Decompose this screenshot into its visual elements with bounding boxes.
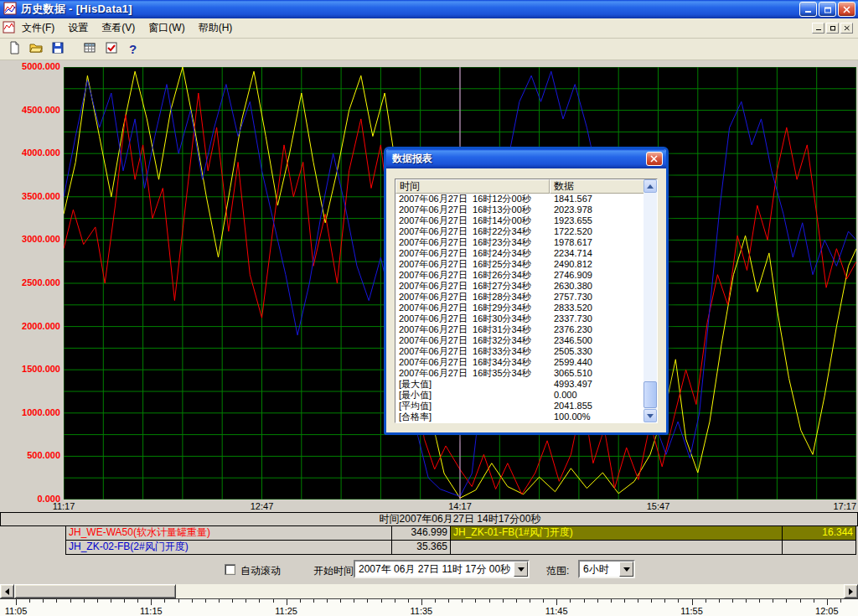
dialog-title-bar[interactable]: 数据报表 — [386, 149, 666, 168]
report-row[interactable]: 2007年06月27日 16时32分34秒2346.500 — [395, 335, 645, 346]
help-button[interactable]: ? — [123, 40, 142, 59]
report-row[interactable]: [最小值]0.000 — [395, 390, 645, 401]
report-row[interactable]: 2007年06月27日 16时13分00秒2023.978 — [395, 204, 645, 215]
open-file-button[interactable] — [26, 40, 45, 59]
column-header-time[interactable]: 时间 — [395, 179, 550, 194]
report-row-value: 2346.500 — [550, 335, 592, 346]
legend-value[interactable]: 16.344 — [783, 526, 855, 540]
ruler-tick — [84, 599, 85, 603]
legend-value[interactable]: 346.999 — [392, 526, 451, 540]
vertical-scrollbar[interactable] — [644, 179, 657, 422]
report-check-icon — [105, 41, 118, 57]
dialog-close-button[interactable] — [646, 152, 663, 166]
report-row-value: 1978.617 — [550, 237, 592, 248]
report-row[interactable]: [合格率]100.00% — [395, 412, 645, 422]
close-button[interactable] — [838, 2, 855, 17]
y-axis-label: 3500.000 — [0, 191, 60, 202]
report-row-time: 2007年06月27日 16时13分00秒 — [395, 204, 550, 215]
scroll-down-button[interactable] — [644, 409, 657, 422]
report-row[interactable]: 2007年06月27日 16时14分00秒1923.655 — [395, 215, 645, 226]
report-row[interactable]: 2007年06月27日 16时29分34秒2833.520 — [395, 303, 645, 313]
ruler-tick — [570, 599, 571, 603]
report-row[interactable]: 2007年06月27日 16时31分34秒2376.230 — [395, 324, 645, 335]
report-row[interactable]: 2007年06月27日 16时12分00秒1841.567 — [395, 194, 645, 204]
legend-value[interactable] — [783, 541, 855, 554]
report-row[interactable]: 2007年06月27日 16时24分34秒2234.714 — [395, 248, 645, 259]
mdi-window-buttons — [812, 23, 853, 34]
report-row-time: 2007年06月27日 16时29分34秒 — [395, 303, 550, 313]
mdi-minimize-button[interactable] — [812, 23, 824, 34]
ruler-tick — [327, 599, 328, 603]
legend-name[interactable]: JH_ZK-01-FB(1#风门开度) — [451, 526, 783, 540]
report-row[interactable]: 2007年06月27日 16时28分34秒2757.730 — [395, 292, 645, 303]
new-file-button[interactable] — [4, 40, 23, 59]
menu-item-3[interactable]: 查看(V) — [95, 18, 142, 38]
menu-item-4[interactable]: 窗口(W) — [142, 18, 191, 38]
vscrollbar-thumb[interactable] — [644, 381, 657, 408]
menu-bar: 文件(F)设置查看(V)窗口(W)帮助(H) — [0, 18, 858, 39]
report-row[interactable]: 2007年06月27日 16时34分34秒2599.440 — [395, 357, 645, 368]
mdi-restore-button[interactable] — [826, 23, 839, 34]
range-select[interactable]: 6小时 — [578, 560, 635, 578]
legend-name[interactable]: JH_WE-WA50(软水计量罐重量) — [66, 526, 392, 540]
scroll-up-button[interactable] — [644, 179, 657, 193]
report-row[interactable]: 2007年06月27日 16时33分34秒2505.330 — [395, 346, 645, 357]
auto-scroll-checkbox[interactable] — [225, 564, 235, 575]
ruler-tick — [489, 599, 490, 603]
data-report-button[interactable] — [101, 40, 121, 59]
y-axis-label: 5000.000 — [0, 61, 60, 72]
report-row[interactable]: 2007年06月27日 16时26分34秒2746.909 — [395, 270, 645, 281]
mdi-close-button[interactable] — [840, 23, 853, 34]
report-row[interactable]: 2007年06月27日 16时35分34秒3065.510 — [395, 368, 645, 379]
report-row-value: 3065.510 — [550, 368, 592, 379]
save-button[interactable] — [48, 40, 67, 59]
ruler-tick — [287, 599, 287, 605]
report-row[interactable]: 2007年06月27日 16时30分34秒2337.730 — [395, 313, 645, 324]
column-header-value[interactable]: 数据 — [550, 179, 645, 194]
minimize-button[interactable] — [799, 2, 817, 17]
data-table-button[interactable] — [80, 40, 99, 59]
arrow-right-icon — [849, 588, 853, 595]
horizontal-scrollbar[interactable] — [0, 584, 858, 598]
start-time-dropdown-icon[interactable] — [514, 562, 528, 577]
window-title: 历史数据 - [HisData1] — [21, 2, 132, 17]
legend-row-2[interactable]: JH_ZK-02-FB(2#风门开度)35.365 — [66, 541, 855, 554]
title-bar[interactable]: 历史数据 - [HisData1] — [0, 0, 858, 18]
ruler-time-label: 12:05 — [813, 606, 841, 616]
ruler-tick — [313, 599, 314, 603]
report-row-value: 2234.714 — [550, 248, 592, 259]
start-time-picker[interactable]: 2007年 06月 27日 11时 17分 00秒 — [354, 560, 530, 578]
report-row-time: 2007年06月27日 16时32分34秒 — [395, 335, 550, 346]
scroll-right-button[interactable] — [844, 584, 858, 598]
legend-row-1[interactable]: JH_WE-WA50(软水计量罐重量)346.999JH_ZK-01-FB(1#… — [66, 526, 855, 541]
report-row[interactable]: 2007年06月27日 16时27分34秒2630.380 — [395, 281, 645, 292]
report-row[interactable]: 2007年06月27日 16时23分34秒1978.617 — [395, 237, 645, 248]
start-time-value: 2007年 06月 27日 11时 17分 00秒 — [355, 562, 514, 577]
scrollbar-thumb[interactable] — [14, 584, 176, 598]
legend-value[interactable]: 35.365 — [392, 541, 451, 554]
save-floppy-icon — [51, 41, 65, 57]
report-row[interactable]: 2007年06月27日 16时22分34秒1722.520 — [395, 226, 645, 237]
restore-button[interactable] — [819, 2, 836, 17]
ruler-tick — [340, 599, 341, 603]
y-axis-label: 2000.000 — [0, 321, 60, 332]
auto-scroll-label: 自动滚动 — [240, 564, 281, 578]
y-axis-label: 1000.000 — [0, 407, 60, 418]
ruler-tick — [16, 599, 17, 605]
report-row-time: [合格率] — [395, 412, 550, 422]
ruler-tick — [124, 599, 125, 603]
report-row[interactable]: [平均值]2041.855 — [395, 401, 645, 412]
report-row-time: 2007年06月27日 16时30分34秒 — [395, 313, 550, 324]
legend-name[interactable] — [451, 541, 783, 554]
menu-item-5[interactable]: 帮助(H) — [192, 18, 240, 38]
ruler-tick — [800, 599, 801, 603]
menu-item-2[interactable]: 设置 — [61, 18, 95, 38]
menu-item-1[interactable]: 文件(F) — [15, 18, 61, 38]
report-row-time: 2007年06月27日 16时28分34秒 — [395, 292, 550, 303]
range-dropdown-icon[interactable] — [619, 562, 633, 577]
report-row[interactable]: 2007年06月27日 16时25分34秒2490.812 — [395, 259, 645, 270]
scroll-left-button[interactable] — [0, 584, 14, 598]
report-row[interactable]: [最大值]4993.497 — [395, 379, 645, 390]
legend-name[interactable]: JH_ZK-02-FB(2#风门开度) — [66, 541, 392, 554]
mdi-child-icon[interactable] — [3, 21, 15, 36]
